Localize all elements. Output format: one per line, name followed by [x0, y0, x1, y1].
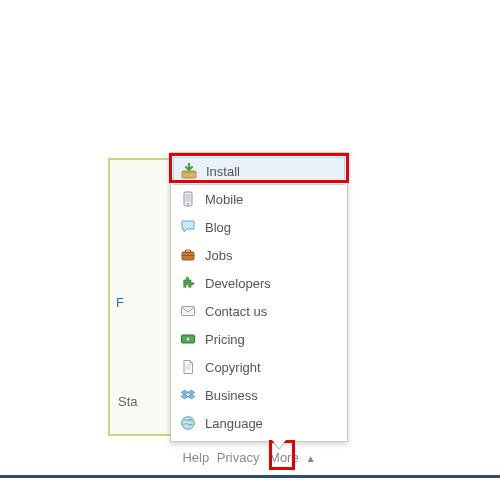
- menu-item-label: Blog: [205, 220, 231, 235]
- menu-item-pricing[interactable]: Pricing: [171, 325, 347, 353]
- menu-item-install[interactable]: Install: [173, 157, 345, 185]
- menu-item-label: Install: [206, 164, 240, 179]
- money-icon: [179, 330, 197, 348]
- footer-privacy-link[interactable]: Privacy: [217, 450, 260, 465]
- menu-item-developers[interactable]: Developers: [171, 269, 347, 297]
- document-icon: [179, 358, 197, 376]
- menu-item-label: Business: [205, 388, 258, 403]
- download-box-icon: [180, 162, 198, 180]
- speech-bubble-icon: [179, 218, 197, 236]
- footer-more-label: More: [269, 450, 299, 465]
- menu-item-label: Language: [205, 416, 263, 431]
- menu-item-label: Developers: [205, 276, 271, 291]
- menu-item-label: Pricing: [205, 332, 245, 347]
- menu-item-label: Mobile: [205, 192, 243, 207]
- menu-item-mobile[interactable]: Mobile: [171, 185, 347, 213]
- svg-rect-1: [182, 171, 196, 173]
- svg-point-4: [187, 203, 189, 205]
- menu-item-label: Jobs: [205, 248, 232, 263]
- caret-up-icon: ▲: [303, 453, 316, 464]
- puzzle-piece-icon: [179, 274, 197, 292]
- menu-item-label: Contact us: [205, 304, 267, 319]
- menu-item-jobs[interactable]: Jobs: [171, 241, 347, 269]
- more-menu-popup: Install Mobile Blog Jobs: [170, 152, 348, 442]
- menu-item-business[interactable]: Business: [171, 381, 347, 409]
- menu-item-contact[interactable]: Contact us: [171, 297, 347, 325]
- footer-help-link[interactable]: Help: [182, 450, 209, 465]
- menu-item-copyright[interactable]: Copyright: [171, 353, 347, 381]
- menu-item-label: Copyright: [205, 360, 261, 375]
- background-text-fragment: Sta: [118, 394, 138, 409]
- footer-more-link[interactable]: More▲: [267, 450, 318, 465]
- svg-rect-3: [186, 194, 191, 202]
- svg-rect-8: [182, 307, 195, 316]
- footer-links: Help Privacy More▲: [0, 450, 500, 465]
- mobile-icon: [179, 190, 197, 208]
- svg-rect-7: [182, 255, 194, 256]
- svg-point-11: [182, 417, 195, 430]
- menu-item-blog[interactable]: Blog: [171, 213, 347, 241]
- bottom-border: [0, 475, 500, 478]
- menu-item-language[interactable]: Language: [171, 409, 347, 437]
- envelope-icon: [179, 302, 197, 320]
- dropbox-icon: [179, 386, 197, 404]
- briefcase-icon: [179, 246, 197, 264]
- globe-icon: [179, 414, 197, 432]
- svg-rect-6: [186, 250, 191, 253]
- svg-point-10: [186, 337, 190, 341]
- background-link-fragment: F: [116, 295, 124, 310]
